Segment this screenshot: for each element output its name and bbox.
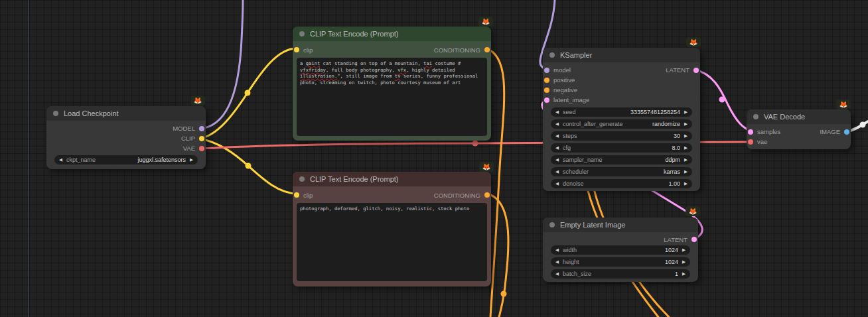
widget-cfg[interactable]: ◀ cfg 8.0 ▶ (551, 143, 692, 153)
prev-arrow-icon[interactable]: ◀ (555, 167, 559, 176)
widget-label: steps (563, 133, 577, 139)
prev-arrow-icon[interactable]: ◀ (555, 269, 559, 279)
prompt-textarea[interactable]: photograph, deformed, glitch, noisy, rea… (297, 203, 487, 281)
next-arrow-icon[interactable]: ▶ (190, 155, 193, 164)
next-arrow-icon[interactable]: ▶ (684, 179, 687, 188)
vae-port-icon[interactable] (748, 139, 753, 145)
widget-seed[interactable]: ◀ seed 333557481258254 ▶ (551, 107, 692, 117)
conditioning-port-icon[interactable] (484, 47, 490, 52)
prompt-textarea[interactable]: a gaint cat standing on top of a mountai… (297, 58, 487, 136)
collapse-dot-icon[interactable] (753, 114, 759, 119)
prev-arrow-icon[interactable]: ◀ (555, 179, 559, 188)
link-dot-clip-negative[interactable] (246, 163, 252, 169)
node-header[interactable]: CLIP Text Encode (Prompt) (293, 172, 491, 186)
latent-port-icon[interactable] (691, 237, 697, 242)
next-arrow-icon[interactable]: ▶ (682, 257, 686, 267)
node-header[interactable]: Load Checkpoint (46, 106, 206, 121)
node-header[interactable]: VAE Decode (747, 109, 851, 124)
collapse-dot-icon[interactable] (549, 222, 555, 227)
widget-steps[interactable]: ◀ steps 30 ▶ (551, 131, 692, 141)
output-model: MODEL (46, 123, 206, 133)
next-arrow-icon[interactable]: ▶ (684, 143, 687, 153)
link-dot-conditioning[interactable] (501, 291, 507, 297)
fox-badge-icon: 🦊 (686, 37, 701, 47)
node-load-checkpoint[interactable]: Load Checkpoint MODEL CLIP VAE ◀ ckpt_na… (46, 106, 206, 169)
next-arrow-icon[interactable]: ▶ (684, 119, 687, 129)
link-dot-latent[interactable] (719, 97, 725, 103)
node-empty-latent-image[interactable]: Empty Latent Image LATENT ◀ width 1024 ▶… (543, 218, 698, 282)
prev-arrow-icon[interactable]: ◀ (555, 131, 559, 141)
widget-scheduler[interactable]: ◀ scheduler karras ▶ (551, 167, 692, 176)
input-label: clip (303, 46, 313, 54)
conditioning-port-icon[interactable] (484, 192, 490, 198)
node-vae-decode[interactable]: VAE Decode samples IMAGE vae (747, 109, 851, 149)
latent-port-icon[interactable] (693, 68, 699, 73)
widget-width[interactable]: ◀ width 1024 ▶ (551, 245, 690, 255)
output-label: VAE (183, 145, 195, 152)
collapse-dot-icon[interactable] (299, 176, 305, 182)
link-dot-clip-positive[interactable] (245, 90, 251, 96)
next-arrow-icon[interactable]: ▶ (682, 245, 686, 255)
model-port-icon[interactable] (199, 126, 204, 131)
clip-port-icon[interactable] (199, 136, 204, 141)
node-header[interactable]: KSampler (543, 48, 700, 62)
widget-control-after-generate[interactable]: ◀ control_after_generate randomize ▶ (551, 119, 692, 129)
widget-value: 1024 (665, 247, 678, 253)
link-dot-vae[interactable] (472, 141, 478, 147)
conditioning-port-icon[interactable] (544, 88, 549, 93)
prev-arrow-icon[interactable]: ◀ (555, 107, 559, 117)
node-clip-text-encode-negative[interactable]: CLIP Text Encode (Prompt) clip CONDITION… (293, 172, 491, 286)
prev-arrow-icon[interactable]: ◀ (555, 119, 559, 129)
model-port-icon[interactable] (544, 68, 549, 73)
widget-sampler-name[interactable]: ◀ sampler_name ddpm ▶ (551, 155, 692, 164)
widget-ckpt-name[interactable]: ◀ ckpt_name juggxl.safetensors ▶ (54, 155, 198, 164)
widget-batch-size[interactable]: ◀ batch_size 1 ▶ (551, 269, 690, 279)
link-dot-image[interactable] (860, 122, 866, 128)
node-clip-text-encode-positive[interactable]: CLIP Text Encode (Prompt) clip CONDITION… (293, 27, 491, 141)
prev-arrow-icon[interactable]: ◀ (555, 245, 559, 255)
image-port-icon[interactable] (844, 129, 849, 135)
widget-label: sampler_name (563, 157, 603, 163)
next-arrow-icon[interactable]: ▶ (684, 131, 687, 141)
output-vae: VAE (46, 143, 206, 153)
clip-port-icon[interactable] (294, 47, 299, 52)
node-header[interactable]: CLIP Text Encode (Prompt) (293, 27, 491, 41)
node-header[interactable]: Empty Latent Image (543, 218, 698, 232)
clip-port-icon[interactable] (294, 192, 299, 198)
node-title: VAE Decode (764, 113, 805, 121)
widget-denoise[interactable]: ◀ denoise 1.00 ▶ (551, 179, 692, 188)
collapse-dot-icon[interactable] (549, 52, 555, 58)
fox-badge-icon: 🦊 (479, 162, 494, 172)
widget-value: 1024 (665, 259, 678, 265)
fox-badge-icon: 🦊 (478, 17, 493, 27)
input-label: negative (553, 86, 577, 94)
latent-port-icon[interactable] (748, 129, 753, 135)
collapse-dot-icon[interactable] (299, 31, 305, 36)
widget-height[interactable]: ◀ height 1024 ▶ (551, 257, 690, 267)
widget-label: batch_size (563, 271, 591, 277)
next-arrow-icon[interactable]: ▶ (684, 107, 687, 117)
prev-arrow-icon[interactable]: ◀ (555, 143, 559, 153)
output-label: CLIP (181, 135, 195, 142)
prev-arrow-icon[interactable]: ◀ (555, 155, 559, 164)
vae-port-icon[interactable] (199, 146, 204, 151)
collapse-dot-icon[interactable] (53, 111, 58, 116)
next-arrow-icon[interactable]: ▶ (684, 155, 687, 164)
node-ksampler[interactable]: KSampler model LATENT positive negative (543, 48, 700, 191)
conditioning-port-icon[interactable] (544, 78, 549, 83)
node-graph-canvas[interactable]: Load Checkpoint MODEL CLIP VAE ◀ ckpt_na… (0, 0, 868, 317)
widget-value: ddpm (665, 157, 680, 163)
latent-port-icon[interactable] (544, 97, 549, 103)
prev-arrow-icon[interactable]: ◀ (59, 155, 62, 164)
output-clip: CLIP (46, 133, 206, 143)
input-negative: negative (543, 85, 700, 95)
next-arrow-icon[interactable]: ▶ (682, 269, 686, 279)
widget-label: seed (563, 109, 576, 115)
widget-label: ckpt_name (66, 157, 96, 163)
next-arrow-icon[interactable]: ▶ (684, 167, 687, 176)
node-title: CLIP Text Encode (Prompt) (310, 30, 399, 38)
widget-label: cfg (563, 145, 571, 151)
input-vae: vae (747, 137, 851, 147)
input-label: vae (757, 138, 767, 145)
prev-arrow-icon[interactable]: ◀ (555, 257, 559, 267)
